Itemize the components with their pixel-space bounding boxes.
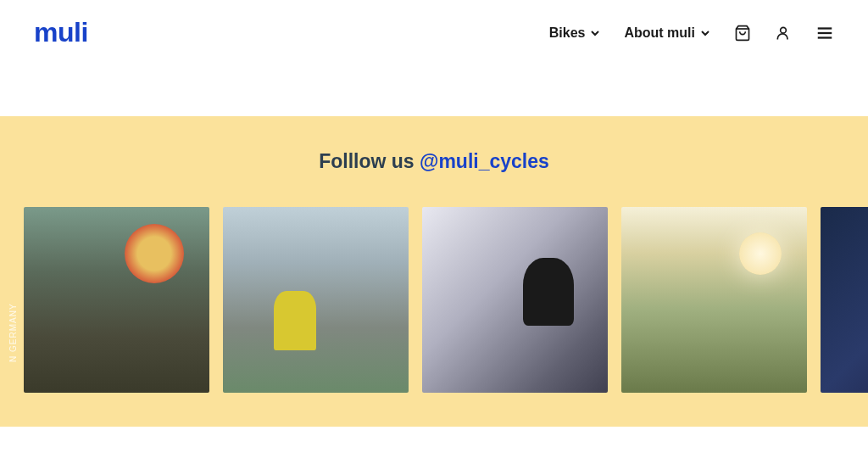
gallery-image[interactable] bbox=[821, 207, 868, 393]
chevron-down-icon bbox=[590, 28, 600, 38]
gallery-image[interactable] bbox=[24, 207, 209, 393]
social-heading-prefix: Folllow us bbox=[319, 150, 420, 172]
social-gallery bbox=[0, 207, 868, 393]
svg-point-1 bbox=[781, 27, 787, 33]
account-button[interactable] bbox=[775, 25, 792, 42]
gallery-image[interactable] bbox=[223, 207, 409, 393]
menu-icon bbox=[815, 24, 834, 42]
nav-bikes-label: Bikes bbox=[549, 25, 586, 41]
shopping-bag-icon bbox=[734, 25, 751, 42]
social-handle[interactable]: @muli_cycles bbox=[420, 150, 549, 172]
social-section: N GERMANY Folllow us @muli_cycles bbox=[0, 116, 868, 427]
nav-bikes[interactable]: Bikes bbox=[549, 25, 601, 41]
side-label: N GERMANY bbox=[8, 303, 18, 362]
logo[interactable]: muli bbox=[34, 17, 88, 48]
nav-about-label: About muli bbox=[624, 25, 695, 41]
social-heading: Folllow us @muli_cycles bbox=[0, 150, 868, 173]
header: muli Bikes About muli bbox=[0, 0, 868, 65]
spacer bbox=[0, 65, 868, 116]
main-nav: Bikes About muli bbox=[549, 24, 834, 42]
cart-button[interactable] bbox=[734, 25, 751, 42]
gallery-image[interactable] bbox=[422, 207, 608, 393]
menu-button[interactable] bbox=[815, 24, 834, 42]
nav-about[interactable]: About muli bbox=[624, 25, 710, 41]
chevron-down-icon bbox=[700, 28, 710, 38]
gallery-image[interactable] bbox=[621, 207, 807, 393]
user-icon bbox=[775, 25, 792, 42]
